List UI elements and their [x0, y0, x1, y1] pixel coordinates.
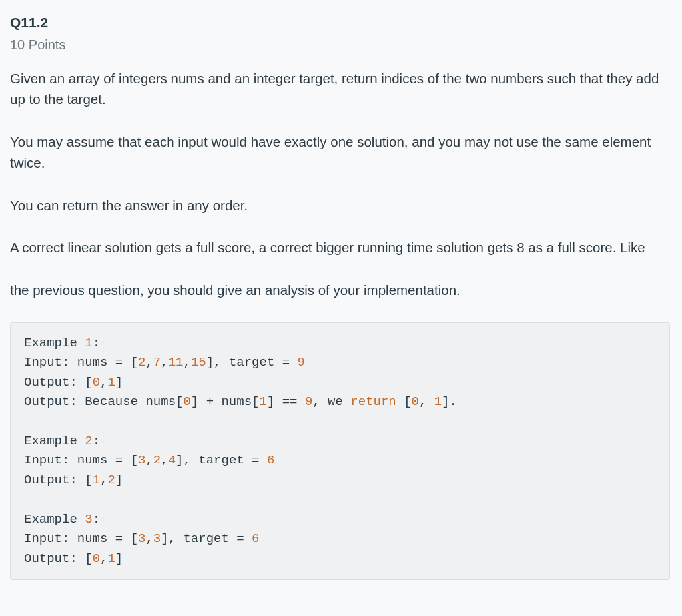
paragraph: You can return the answer in any order. [10, 195, 670, 216]
question-number: Q11.2 [10, 12, 670, 33]
code-example-block: Example 1: Input: nums = [2,7,11,15], ta… [10, 322, 670, 580]
question-points: 10 Points [10, 35, 670, 55]
paragraph: A correct linear solution gets a full sc… [10, 237, 670, 258]
paragraph: the previous question, you should give a… [10, 280, 670, 301]
paragraph: Given an array of integers nums and an i… [10, 68, 670, 111]
question-body: Given an array of integers nums and an i… [10, 68, 670, 581]
question-header: Q11.2 10 Points [10, 12, 670, 55]
paragraph: You may assume that each input would hav… [10, 131, 670, 174]
